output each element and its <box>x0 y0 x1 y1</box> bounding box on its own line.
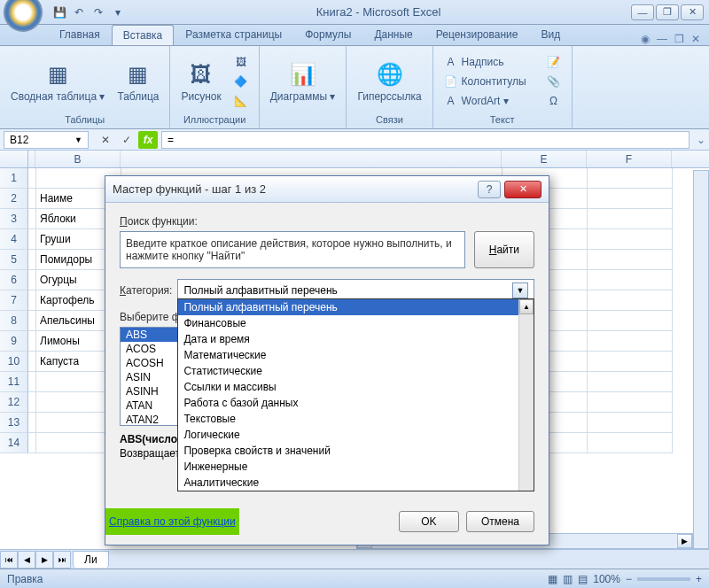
formula-input[interactable]: = <box>161 131 690 149</box>
tab-insert[interactable]: Вставка <box>112 25 175 45</box>
insert-function-button[interactable]: fx <box>138 131 158 149</box>
category-option[interactable]: Математические <box>178 347 518 363</box>
dialog-close-button[interactable]: ✕ <box>504 181 541 198</box>
clipart-button[interactable]: 🖼 <box>230 53 252 71</box>
qat-dropdown-icon[interactable]: ▾ <box>110 4 126 20</box>
category-option[interactable]: Работа с базой данных <box>178 395 518 411</box>
row-header[interactable]: 5 <box>0 250 28 270</box>
ribbon-close-icon[interactable]: ✕ <box>691 33 700 45</box>
cell[interactable] <box>588 250 673 270</box>
ribbon-restore-icon[interactable]: ❐ <box>674 33 684 45</box>
category-option[interactable]: Проверка свойств и значений <box>178 443 518 459</box>
header-footer-button[interactable]: 📄Колонтитулы <box>440 73 538 90</box>
wordart-button[interactable]: AWordArt ▾ <box>440 92 538 110</box>
row-header[interactable]: 4 <box>0 229 28 250</box>
category-option[interactable]: Финансовые <box>178 315 518 331</box>
cell[interactable] <box>28 433 36 453</box>
cell[interactable] <box>28 270 36 290</box>
tab-formulas[interactable]: Формулы <box>293 24 362 45</box>
category-option[interactable]: Аналитические <box>178 475 518 491</box>
textbox-button[interactable]: AНадпись <box>440 53 538 71</box>
ribbon-minimize-icon[interactable]: — <box>657 33 667 45</box>
redo-icon[interactable]: ↷ <box>90 4 106 20</box>
zoom-in-icon[interactable]: + <box>696 573 702 585</box>
view-normal-icon[interactable]: ▦ <box>548 573 557 585</box>
ribbon-help-icon[interactable]: ◉ <box>641 33 650 45</box>
select-all-corner[interactable] <box>0 151 28 167</box>
row-header[interactable]: 13 <box>0 413 28 433</box>
cell[interactable] <box>588 392 673 413</box>
row-header[interactable]: 11 <box>0 372 28 392</box>
picture-button[interactable]: 🖼 Рисунок <box>177 58 224 104</box>
cell[interactable] <box>588 270 673 290</box>
category-option[interactable]: Статистические <box>178 363 518 379</box>
category-option[interactable]: Полный алфавитный перечень <box>178 299 518 315</box>
cell[interactable] <box>588 433 673 453</box>
cell[interactable] <box>588 229 673 250</box>
dialog-help-button[interactable]: ? <box>478 181 501 198</box>
zoom-out-icon[interactable]: − <box>626 573 632 585</box>
charts-button[interactable]: 📊 Диаграммы ▾ <box>267 58 339 104</box>
sheet-tab[interactable]: Ли <box>73 551 109 568</box>
row-header[interactable]: 1 <box>0 168 28 189</box>
cell[interactable] <box>28 168 36 189</box>
find-button[interactable]: Найти <box>474 231 534 268</box>
sheet-nav-next[interactable]: ▶ <box>35 551 53 569</box>
category-option[interactable]: Дата и время <box>178 331 518 347</box>
row-header[interactable]: 12 <box>0 392 28 413</box>
signature-button[interactable]: 📝 <box>543 53 565 71</box>
category-option[interactable]: Ссылки и массивы <box>178 379 518 395</box>
tab-home[interactable]: Главная <box>48 24 112 45</box>
row-header[interactable]: 8 <box>0 311 28 331</box>
category-option[interactable]: Инженерные <box>178 459 518 475</box>
undo-icon[interactable]: ↶ <box>71 4 87 20</box>
smartart-button[interactable]: 📐 <box>230 92 252 110</box>
cell[interactable] <box>28 189 36 209</box>
formula-expand-icon[interactable]: ⌄ <box>693 134 709 146</box>
sheet-nav-first[interactable]: ⏮ <box>0 551 18 569</box>
cell[interactable] <box>588 189 673 209</box>
sheet-nav-prev[interactable]: ◀ <box>18 551 35 569</box>
cell[interactable] <box>588 331 673 352</box>
name-box-dropdown-icon[interactable]: ▼ <box>74 135 82 144</box>
tab-review[interactable]: Рецензирование <box>425 24 530 45</box>
row-header[interactable]: 2 <box>0 189 28 209</box>
cell[interactable] <box>28 331 36 352</box>
row-header[interactable]: 6 <box>0 270 28 290</box>
name-box[interactable]: B12 ▼ <box>4 131 89 149</box>
category-option[interactable]: Текстовые <box>178 411 518 427</box>
tab-data[interactable]: Данные <box>362 24 424 45</box>
row-header[interactable]: 7 <box>0 290 28 311</box>
row-header[interactable]: 10 <box>0 352 28 372</box>
dialog-titlebar[interactable]: Мастер функций - шаг 1 из 2 ? ✕ <box>105 176 549 203</box>
function-help-link[interactable]: Справка по этой функции <box>105 508 239 535</box>
col-header-f[interactable]: F <box>587 151 672 167</box>
row-header[interactable]: 9 <box>0 331 28 352</box>
cell[interactable] <box>588 209 673 229</box>
cell[interactable] <box>588 413 673 433</box>
cell[interactable] <box>588 290 673 311</box>
col-header-a[interactable] <box>28 151 35 167</box>
cell[interactable] <box>28 392 36 413</box>
hyperlink-button[interactable]: 🌐 Гиперссылка <box>354 58 425 104</box>
pivot-table-button[interactable]: ▦ Сводная таблица ▾ <box>7 58 108 104</box>
minimize-button[interactable]: — <box>631 4 654 20</box>
symbol-button[interactable]: Ω <box>543 92 565 110</box>
view-break-icon[interactable]: ▤ <box>578 573 588 585</box>
ok-button[interactable]: OK <box>399 511 459 532</box>
cell[interactable] <box>28 290 36 311</box>
cell[interactable] <box>28 413 36 433</box>
col-header-b[interactable]: B <box>35 151 121 167</box>
cell[interactable] <box>28 229 36 250</box>
view-layout-icon[interactable]: ▥ <box>563 573 573 585</box>
table-button[interactable]: ▦ Таблица <box>113 58 162 104</box>
formula-cancel-button[interactable]: ✕ <box>96 131 115 149</box>
scrollbar-vertical[interactable] <box>693 170 709 549</box>
cell[interactable] <box>588 352 673 372</box>
zoom-slider[interactable] <box>637 577 690 581</box>
cell[interactable] <box>28 209 36 229</box>
dropdown-scrollbar[interactable]: ▲ <box>518 299 534 491</box>
cell[interactable] <box>28 352 36 372</box>
cancel-button[interactable]: Отмена <box>466 511 534 532</box>
row-header[interactable]: 14 <box>0 433 28 453</box>
